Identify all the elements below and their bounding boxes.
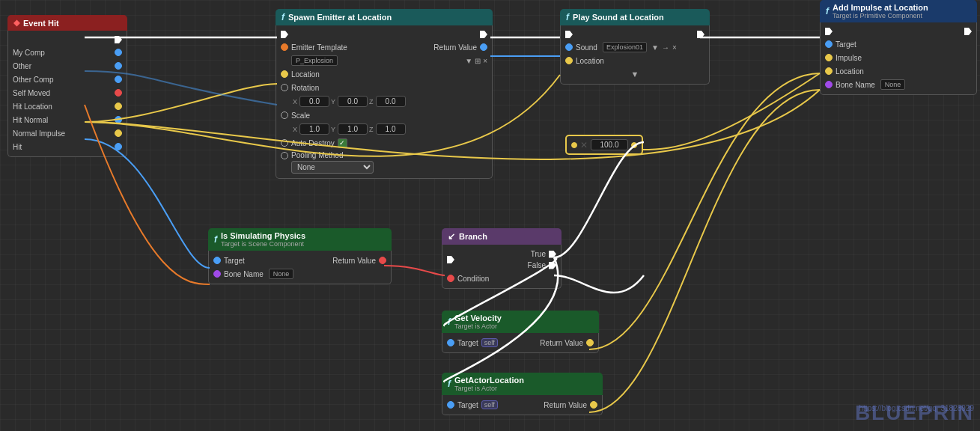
- ry-input[interactable]: [338, 96, 368, 107]
- sound-exec-out[interactable]: [697, 31, 704, 38]
- impulse-bone-row: Bone Name None: [821, 78, 976, 91]
- self-moved-pin[interactable]: [115, 89, 122, 97]
- hit-row: Hit: [8, 140, 127, 153]
- value-100-out-pin[interactable]: [631, 142, 637, 148]
- get-actor-location-header: f GetActorLocation Target is Actor: [442, 373, 603, 395]
- impulse-impulse-pin[interactable]: [825, 54, 833, 61]
- actor-return-pin[interactable]: [590, 401, 597, 409]
- func-icon-velocity: f: [448, 317, 451, 327]
- get-velocity-node: f Get Velocity Target is Actor Target se…: [442, 311, 599, 353]
- sound-clear-btn[interactable]: ×: [672, 43, 677, 52]
- emitter-arrow-btn[interactable]: ▼: [465, 57, 472, 65]
- impulse-target-pin[interactable]: [825, 40, 833, 48]
- auto-destroy-row: Auto Destroy ✓: [276, 136, 492, 150]
- impulse-bone-value[interactable]: None: [880, 79, 906, 90]
- sim-bone-value[interactable]: None: [269, 269, 294, 279]
- branch-exec-in[interactable]: [447, 256, 454, 263]
- get-velocity-subtitle: Target is Actor: [454, 323, 502, 330]
- velocity-target-pin[interactable]: [447, 339, 454, 346]
- location-pin-spawn[interactable]: [281, 70, 288, 78]
- get-actor-location-node: f GetActorLocation Target is Actor Targe…: [442, 373, 603, 415]
- watermark-text: BLUEPRIN: [855, 401, 974, 425]
- rotation-row: Rotation: [276, 81, 492, 94]
- location-label-spawn: Location: [291, 70, 320, 79]
- spawn-exec-in[interactable]: [281, 31, 288, 38]
- scale-label: Scale: [291, 111, 310, 120]
- branch-false-pin[interactable]: [549, 262, 556, 269]
- branch-true-pin[interactable]: [549, 251, 556, 258]
- branch-condition-row: Condition: [442, 272, 561, 285]
- exec-out-pin[interactable]: [115, 36, 122, 43]
- hit-location-pin[interactable]: [115, 103, 122, 110]
- sound-dropdown-btn[interactable]: ▼: [651, 43, 659, 52]
- sz-input[interactable]: [376, 123, 406, 135]
- impulse-exec-in[interactable]: [825, 28, 833, 35]
- value-100-input[interactable]: [591, 139, 628, 150]
- hit-normal-row: Hit Normal: [8, 113, 127, 126]
- sound-sound-pin[interactable]: [565, 43, 573, 51]
- emitter-value-badge[interactable]: P_Explosion: [291, 55, 338, 66]
- event-hit-title: Event Hit: [23, 19, 59, 28]
- func-icon-impulse: f: [826, 6, 829, 16]
- sim-target-label: Target: [224, 257, 245, 265]
- emitter-template-label: Emitter Template: [291, 43, 347, 52]
- rotation-label: Rotation: [291, 84, 319, 92]
- actor-target-pin[interactable]: [447, 401, 454, 409]
- sound-sound-row: Sound Explosion01 ▼ → ×: [561, 40, 709, 54]
- spawn-exec-out[interactable]: [480, 31, 487, 38]
- is-simulating-title: Is Simulating Physics: [221, 231, 305, 240]
- sy-label: Y: [331, 126, 335, 133]
- play-sound-body: Sound Explosion01 ▼ → × Location ▼: [560, 25, 710, 85]
- return-value-label: Return Value: [433, 43, 477, 52]
- hit-pin[interactable]: [115, 143, 122, 150]
- emitter-template-pin[interactable]: [281, 43, 288, 51]
- impulse-impulse-row: Impulse: [821, 51, 976, 64]
- impulse-bone-pin[interactable]: [825, 81, 833, 88]
- branch-title: Branch: [459, 232, 487, 241]
- impulse-location-pin[interactable]: [825, 67, 833, 75]
- rz-input[interactable]: [376, 96, 406, 107]
- pooling-pin[interactable]: [281, 152, 288, 159]
- branch-condition-pin[interactable]: [447, 275, 454, 282]
- expand-icon[interactable]: ▼: [631, 70, 639, 79]
- pooling-dropdown[interactable]: None: [291, 161, 374, 174]
- hit-normal-pin[interactable]: [115, 116, 122, 123]
- event-hit-node: ◆ Event Hit My Comp Other Other Comp Sel…: [7, 15, 127, 157]
- actor-target-label: Target: [457, 401, 478, 409]
- auto-destroy-pin[interactable]: [281, 139, 288, 147]
- other-pin[interactable]: [115, 62, 122, 70]
- add-impulse-node: f Add Impulse at Location Target is Prim…: [820, 0, 977, 95]
- sim-target-pin[interactable]: [213, 257, 221, 264]
- sound-location-pin[interactable]: [565, 57, 573, 64]
- hit-location-row: Hit Location: [8, 100, 127, 113]
- actor-return-label: Return Value: [544, 401, 587, 409]
- sim-bone-pin[interactable]: [213, 270, 221, 278]
- auto-destroy-checkbox[interactable]: ✓: [338, 138, 347, 148]
- impulse-target-label: Target: [836, 40, 856, 49]
- rz-label: Z: [369, 98, 374, 106]
- sx-input[interactable]: [299, 123, 329, 135]
- rx-input[interactable]: [299, 96, 329, 107]
- normal-impulse-pin[interactable]: [115, 129, 122, 137]
- sound-value[interactable]: Explosion01: [603, 42, 647, 52]
- emitter-clear-btn[interactable]: ×: [483, 57, 487, 65]
- impulse-exec-out[interactable]: [964, 28, 972, 35]
- mycomp-pin[interactable]: [115, 49, 122, 56]
- value-100-in-pin[interactable]: [571, 142, 577, 148]
- return-value-pin[interactable]: [480, 43, 487, 51]
- value-close-btn[interactable]: ✕: [580, 140, 588, 150]
- sound-exec-in[interactable]: [565, 31, 573, 38]
- actor-target-row: Target self Return Value: [442, 398, 602, 412]
- velocity-return-pin[interactable]: [586, 339, 594, 346]
- emitter-browse-btn[interactable]: ⊞: [475, 57, 481, 65]
- scale-pin[interactable]: [281, 111, 288, 119]
- sz-label: Z: [369, 126, 374, 133]
- rotation-pin[interactable]: [281, 84, 288, 91]
- sound-location-label: Location: [576, 57, 604, 65]
- sound-arrow-btn[interactable]: →: [662, 43, 669, 52]
- sy-input[interactable]: [338, 123, 368, 135]
- hit-normal-label: Hit Normal: [13, 116, 48, 124]
- sim-return-pin[interactable]: [379, 257, 386, 264]
- other-comp-pin[interactable]: [115, 76, 122, 83]
- branch-body: True False Condition: [442, 245, 561, 289]
